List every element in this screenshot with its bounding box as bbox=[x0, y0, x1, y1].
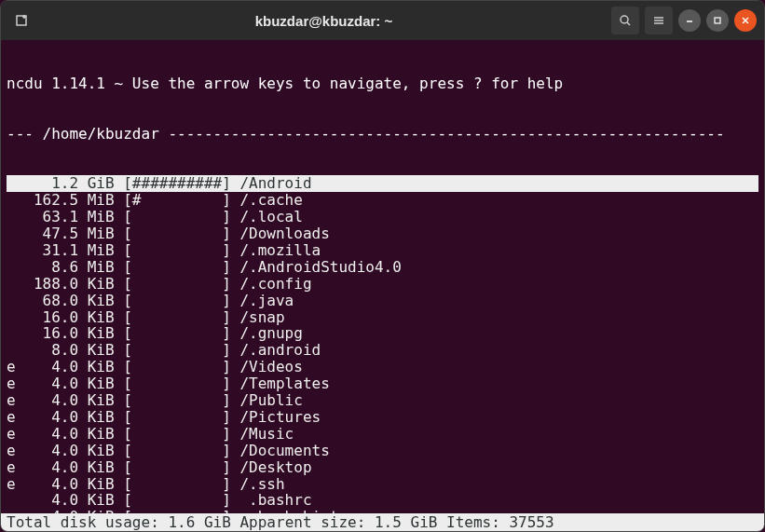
minimize-button[interactable] bbox=[678, 9, 701, 32]
hamburger-icon bbox=[652, 14, 665, 27]
list-item[interactable]: 63.1 MiB [ ] /.local bbox=[7, 209, 758, 225]
menu-button[interactable] bbox=[645, 7, 673, 34]
list-item[interactable]: e 4.0 KiB [ ] /Documents bbox=[7, 443, 758, 459]
new-tab-icon bbox=[15, 13, 30, 28]
list-item[interactable]: 8.0 KiB [ ] /.android bbox=[7, 342, 758, 359]
svg-line-4 bbox=[627, 22, 630, 25]
apparent-value: 1.5 GiB bbox=[365, 513, 437, 531]
list-item[interactable]: 68.0 KiB [ ] /.java bbox=[7, 293, 758, 309]
terminal-window: kbuzdar@kbuzdar: ~ ncdu 1.14.1 ~ Use the… bbox=[0, 0, 765, 532]
maximize-button[interactable] bbox=[706, 9, 729, 32]
list-item[interactable]: 162.5 MiB [# ] /.cache bbox=[7, 192, 758, 209]
list-item[interactable]: 8.6 MiB [ ] /.AndroidStudio4.0 bbox=[7, 259, 758, 276]
new-tab-button[interactable] bbox=[8, 7, 36, 34]
list-item[interactable]: 16.0 KiB [ ] /snap bbox=[7, 309, 758, 326]
items-label: Items: bbox=[437, 513, 499, 531]
list-item[interactable]: e 4.0 KiB [ ] /Templates bbox=[7, 375, 758, 392]
total-label: Total disk usage: bbox=[7, 513, 159, 531]
list-item[interactable]: e 4.0 KiB [ ] /Desktop bbox=[7, 459, 758, 476]
total-value: 1.6 GiB bbox=[159, 513, 231, 531]
maximize-icon bbox=[713, 16, 722, 25]
search-button[interactable] bbox=[611, 7, 639, 34]
search-icon bbox=[619, 14, 632, 27]
list-item[interactable]: 4.0 KiB [ ] .bashrc bbox=[7, 492, 758, 509]
titlebar: kbuzdar@kbuzdar: ~ bbox=[1, 1, 764, 40]
status-bar: Total disk usage: 1.6 GiB Apparent size:… bbox=[1, 513, 764, 531]
close-button[interactable] bbox=[734, 9, 757, 32]
list-item[interactable]: 31.1 MiB [ ] /.mozilla bbox=[7, 242, 758, 259]
list-item[interactable]: e 4.0 KiB [ ] /Pictures bbox=[7, 409, 758, 426]
list-item[interactable]: 16.0 KiB [ ] /.gnupg bbox=[7, 325, 758, 342]
list-item[interactable]: e 4.0 KiB [ ] /Public bbox=[7, 392, 758, 409]
ncdu-path: --- /home/kbuzdar ----------------------… bbox=[7, 126, 758, 143]
ncdu-header: ncdu 1.14.1 ~ Use the arrow keys to navi… bbox=[7, 75, 758, 92]
items-value: 37553 bbox=[500, 513, 554, 531]
list-item[interactable]: e 4.0 KiB [ ] /Music bbox=[7, 426, 758, 443]
apparent-label: Apparent size: bbox=[231, 513, 366, 531]
list-item[interactable]: e 4.0 KiB [ ] /.ssh bbox=[7, 476, 758, 493]
list-item[interactable]: 47.5 MiB [ ] /Downloads bbox=[7, 225, 758, 242]
svg-point-3 bbox=[621, 16, 628, 23]
list-item[interactable]: 188.0 KiB [ ] /.config bbox=[7, 276, 758, 293]
minimize-icon bbox=[685, 16, 694, 25]
window-title: kbuzdar@kbuzdar: ~ bbox=[44, 13, 604, 29]
svg-rect-9 bbox=[715, 18, 720, 23]
list-item[interactable]: 1.2 GiB [##########] /Android bbox=[7, 175, 758, 192]
list-item[interactable]: e 4.0 KiB [ ] /Videos bbox=[7, 359, 758, 375]
close-icon bbox=[741, 16, 750, 25]
terminal-body[interactable]: ncdu 1.14.1 ~ Use the arrow keys to navi… bbox=[1, 40, 764, 513]
file-list: 1.2 GiB [##########] /Android 162.5 MiB … bbox=[7, 175, 758, 513]
